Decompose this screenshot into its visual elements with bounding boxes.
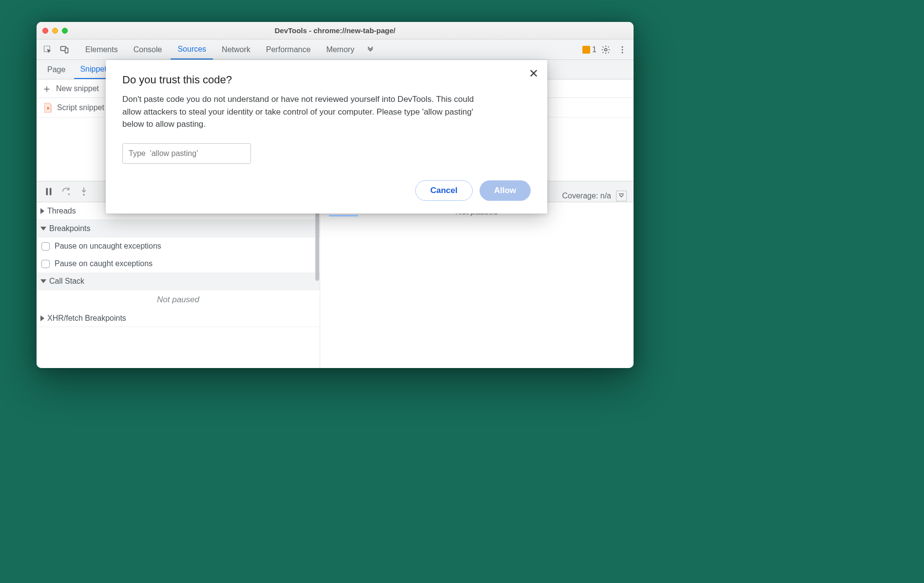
svg-rect-2 — [65, 48, 68, 53]
trust-code-dialog: ✕ Do you trust this code? Don't paste co… — [106, 60, 547, 214]
dialog-title: Do you trust this code? — [122, 74, 531, 86]
titlebar: DevTools - chrome://new-tab-page/ — [37, 22, 634, 39]
chevron-right-icon — [40, 315, 44, 321]
inspect-element-icon[interactable] — [40, 42, 55, 57]
svg-point-5 — [622, 49, 623, 50]
tab-network[interactable]: Network — [215, 39, 257, 59]
cancel-button[interactable]: Cancel — [415, 180, 473, 201]
pause-uncaught-checkbox[interactable] — [41, 242, 50, 251]
dialog-accent-line — [329, 215, 358, 216]
main-tabs: Elements Console Sources Network Perform… — [37, 39, 634, 60]
threads-label: Threads — [47, 207, 76, 215]
pause-uncaught-label: Pause on uncaught exceptions — [55, 242, 161, 251]
subtab-page[interactable]: Page — [41, 60, 71, 79]
section-call-stack[interactable]: Call Stack — [37, 272, 320, 290]
pause-caught-row: Pause on caught exceptions — [37, 255, 320, 272]
chevron-down-icon — [40, 279, 46, 283]
tab-memory[interactable]: Memory — [319, 39, 361, 59]
scrollbar-thumb[interactable] — [315, 205, 319, 281]
svg-point-6 — [622, 52, 623, 53]
tab-elements[interactable]: Elements — [78, 39, 125, 59]
tab-performance[interactable]: Performance — [259, 39, 318, 59]
settings-icon[interactable] — [598, 42, 613, 57]
plus-icon[interactable]: ＋ — [41, 83, 52, 94]
allow-pasting-input[interactable] — [122, 143, 251, 164]
coverage-pager-icon[interactable] — [616, 191, 627, 201]
step-into-icon[interactable] — [77, 184, 91, 199]
warning-icon — [582, 46, 590, 54]
pause-uncaught-row: Pause on uncaught exceptions — [37, 237, 320, 255]
tab-sources[interactable]: Sources — [171, 39, 213, 59]
chevron-right-icon — [40, 208, 44, 214]
kebab-menu-icon[interactable] — [615, 42, 630, 57]
allow-button[interactable]: Allow — [480, 180, 531, 201]
section-xhr-breakpoints[interactable]: XHR/fetch Breakpoints — [37, 310, 320, 327]
call-stack-label: Call Stack — [49, 277, 84, 286]
coverage-indicator: Coverage: n/a — [562, 191, 627, 201]
section-breakpoints[interactable]: Breakpoints — [37, 220, 320, 237]
breakpoints-label: Breakpoints — [49, 224, 91, 233]
svg-point-11 — [83, 194, 85, 196]
call-stack-not-paused: Not paused — [37, 290, 320, 310]
debugger-right-pane: Not paused — [320, 202, 634, 368]
dialog-body: Don't paste code you do not understand o… — [122, 93, 483, 131]
snippet-file-icon — [44, 103, 52, 113]
more-tabs-icon[interactable] — [363, 42, 378, 57]
debugger-body: Threads Breakpoints Pause on uncaught ex… — [37, 202, 634, 368]
chevron-down-icon — [40, 227, 46, 231]
xhr-breakpoints-label: XHR/fetch Breakpoints — [47, 314, 126, 323]
svg-rect-8 — [46, 188, 48, 195]
warning-count: 1 — [592, 45, 597, 54]
warning-badge[interactable]: 1 — [582, 45, 597, 54]
dialog-close-icon[interactable]: ✕ — [529, 67, 539, 80]
new-snippet-label[interactable]: New snippet — [56, 84, 99, 93]
step-over-icon[interactable] — [59, 184, 74, 199]
dialog-buttons: Cancel Allow — [122, 180, 531, 201]
debugger-left-pane: Threads Breakpoints Pause on uncaught ex… — [37, 202, 320, 368]
svg-rect-7 — [619, 194, 624, 194]
svg-rect-9 — [50, 188, 52, 195]
window-title: DevTools - chrome://new-tab-page/ — [37, 26, 634, 35]
pause-caught-label: Pause on caught exceptions — [55, 259, 153, 268]
coverage-label: Coverage: n/a — [562, 192, 611, 200]
devtools-window: DevTools - chrome://new-tab-page/ Elemen… — [37, 22, 634, 368]
pause-icon[interactable] — [41, 184, 56, 199]
device-toolbar-icon[interactable] — [57, 42, 72, 57]
pause-caught-checkbox[interactable] — [41, 260, 50, 268]
svg-point-10 — [68, 194, 70, 195]
svg-point-3 — [605, 48, 607, 51]
tab-console[interactable]: Console — [127, 39, 169, 59]
svg-point-4 — [622, 46, 623, 47]
snippet-item-label: Script snippet — [57, 103, 104, 112]
